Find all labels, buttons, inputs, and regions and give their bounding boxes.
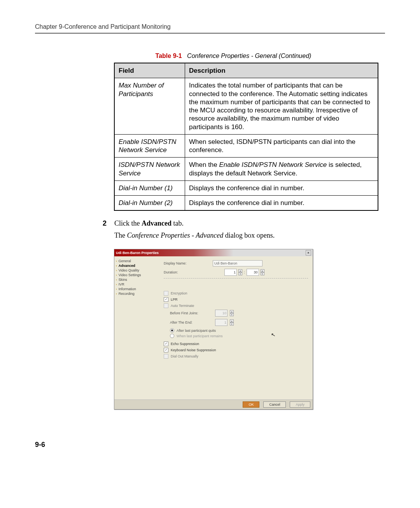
nav-general[interactable]: ›General — [116, 259, 157, 263]
nav-recording[interactable]: ›Recording — [116, 291, 157, 296]
nav-skins[interactable]: ›Skins — [116, 277, 157, 282]
dialog-titlebar[interactable]: Udi Ben-Baron Properties × — [114, 249, 313, 256]
chevron-right-icon: › — [116, 283, 117, 286]
desc-cell: Displays the conference dial in number. — [185, 180, 378, 195]
field-cell: ISDN/PSTN Network Service — [114, 158, 185, 181]
auto-terminate-label: Auto Terminate — [171, 304, 194, 308]
chevron-right-icon: › — [116, 278, 117, 282]
display-name-label: Display Name: — [164, 261, 210, 265]
step-line-1: Click the Advanced tab. — [114, 219, 385, 228]
apply-button[interactable]: Apply — [290, 401, 310, 408]
echo-label: Echo Suppression — [171, 342, 199, 346]
after-end-label: After The End: — [170, 321, 213, 324]
table-caption-label: Table 9-1 — [156, 53, 182, 59]
table-row: Max Number of Participants Indicates the… — [114, 78, 378, 135]
spinner-buttons[interactable]: ▲▼ — [230, 319, 234, 326]
chevron-right-icon: › — [116, 273, 117, 277]
dialog-main: Display Name: Duration: ▲▼ : ▲▼ — [158, 256, 313, 399]
before-first-input[interactable] — [215, 310, 228, 317]
lpr-label: LPR — [171, 298, 178, 301]
echo-checkbox[interactable]: ✓ — [164, 342, 168, 346]
col-field: Field — [114, 63, 185, 78]
spinner-buttons[interactable]: ▲▼ — [230, 310, 234, 316]
radio-after-quits[interactable] — [170, 328, 174, 333]
duration-hours-input[interactable] — [224, 269, 237, 276]
table-caption: Table 9-1 Conference Properties - Genera… — [82, 53, 385, 60]
properties-dialog: Udi Ben-Baron Properties × ›General ›Adv… — [114, 249, 313, 410]
desc-cell: Displays the conference dial in number. — [185, 196, 378, 211]
chevron-right-icon: › — [116, 264, 117, 268]
dial-out-label: Dial Out Manually — [171, 354, 198, 358]
field-cell: Max Number of Participants — [114, 78, 185, 135]
duration-minutes-input[interactable] — [247, 269, 259, 276]
dialog-title: Udi Ben-Baron Properties — [116, 251, 159, 255]
field-cell: Dial-in Number (2) — [114, 196, 185, 211]
field-cell: Dial-in Number (1) — [114, 180, 185, 195]
duration-label: Duration: — [164, 270, 210, 274]
desc-cell: When the Enable ISDN/PSTN Network Servic… — [185, 158, 378, 181]
spinner-buttons[interactable]: ▲▼ — [261, 269, 264, 275]
step-number: 2 — [101, 219, 107, 240]
cursor-icon: ↖ — [271, 331, 276, 338]
chevron-right-icon: › — [116, 287, 117, 291]
lpr-checkbox[interactable]: ✓ — [164, 297, 168, 302]
display-name-input[interactable] — [213, 260, 262, 266]
nav-video-quality[interactable]: ›Video Quality — [116, 268, 157, 273]
step-line-2: The Conference Properties - Advanced dia… — [114, 231, 385, 240]
nav-information[interactable]: ›Information — [116, 287, 157, 291]
separator — [164, 278, 308, 279]
encryption-label: Encryption — [171, 291, 187, 295]
radio-when-remains[interactable] — [170, 334, 174, 338]
field-cell: Enable ISDN/PSTN Network Service — [114, 134, 185, 158]
properties-table: Field Description Max Number of Particip… — [114, 63, 378, 211]
desc-cell: Indicates the total number of participan… — [185, 78, 378, 135]
chevron-right-icon: › — [116, 292, 117, 296]
desc-cell: When selected, ISDN/PSTN participants ca… — [185, 134, 378, 158]
keyboard-noise-label: Keyboard Noise Suppression — [171, 348, 216, 352]
before-first-label: Before First Joins: — [170, 311, 213, 315]
table-row: ISDN/PSTN Network Service When the Enabl… — [114, 158, 378, 181]
col-description: Description — [185, 63, 378, 78]
dialog-nav: ›General ›Advanced ›Video Quality ›Video… — [114, 256, 158, 399]
radio-when-remains-label: When last participant remains — [177, 334, 223, 338]
header-rule — [35, 33, 385, 34]
encryption-checkbox[interactable] — [164, 291, 168, 296]
radio-after-quits-label: After last participant quits — [177, 329, 216, 333]
nav-video-settings[interactable]: ›Video Settings — [116, 273, 157, 277]
after-end-input[interactable] — [215, 319, 228, 326]
nav-advanced[interactable]: ›Advanced — [116, 263, 157, 268]
close-icon[interactable]: × — [306, 250, 311, 256]
keyboard-noise-checkbox[interactable]: ✓ — [164, 348, 168, 352]
spinner-buttons[interactable]: ▲▼ — [238, 269, 242, 275]
table-row: Dial-in Number (2) Displays the conferen… — [114, 196, 378, 211]
table-row: Dial-in Number (1) Displays the conferen… — [114, 180, 378, 195]
chapter-header: Chapter 9-Conference and Participant Mon… — [35, 23, 385, 30]
dial-out-checkbox[interactable] — [164, 354, 168, 359]
chevron-right-icon: › — [116, 259, 117, 263]
table-row: Enable ISDN/PSTN Network Service When se… — [114, 134, 378, 158]
step: 2 Click the Advanced tab. The Conference… — [101, 219, 385, 240]
chevron-right-icon: › — [116, 269, 117, 272]
duration-separator: : — [244, 270, 245, 274]
cancel-button[interactable]: Cancel — [263, 401, 286, 408]
ok-button[interactable]: OK — [243, 401, 259, 408]
dialog-buttons: OK Cancel Apply — [114, 399, 313, 409]
nav-ivr[interactable]: ›IVR — [116, 282, 157, 287]
table-caption-title: Conference Properties - General (Continu… — [187, 53, 311, 59]
page-number: 9-6 — [35, 441, 385, 449]
auto-terminate-checkbox[interactable] — [164, 303, 168, 308]
